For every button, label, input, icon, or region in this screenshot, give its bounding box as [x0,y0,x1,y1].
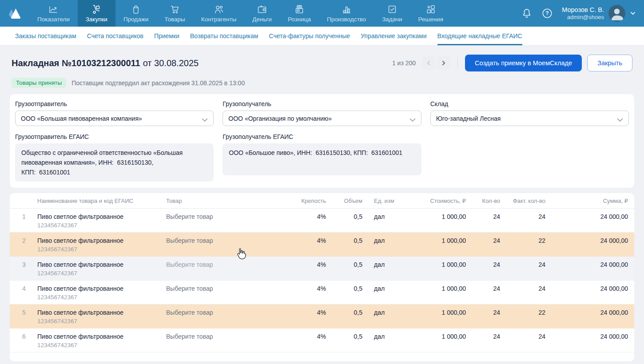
nav-item-kontragenty[interactable]: Контрагенты [193,0,245,27]
nav-item-roznica[interactable]: Розница [280,0,319,27]
table-row[interactable]: 5 Пиво светлое фильтрованное 12345674236… [10,305,634,328]
positions-table-card: Наименование товара и код ЕГАИС Товар Кр… [10,193,634,361]
strength-value: 4% [299,233,326,256]
unit-value: дал [362,305,405,328]
price-value: 1 000,00 [405,328,466,352]
purchases-subnav: Заказы поставщикам Счета поставщиков При… [0,27,644,46]
table-row[interactable]: 1 Пиво светлое фильтрованное 12345674236… [10,209,634,233]
chevron-down-icon [409,116,416,120]
create-receipt-button[interactable]: Создать приемку в МоемСкладе [465,55,582,71]
unit-value: дал [362,281,405,304]
choose-product-link[interactable]: Выберите товар [166,281,299,304]
document-form-card: Грузоотправитель ООО «Большая пивоваренн… [10,94,634,188]
choose-product-link[interactable]: Выберите товар [166,233,299,256]
chevron-down-icon [202,116,208,120]
product-name: Пиво светлое фильтрованное [37,237,166,244]
sum-value: 24 000,00 [545,233,634,256]
consignee-egais-field: Грузополучатель ЕГАИС ООО «Большое пиво»… [223,133,421,182]
app-root: Показатели Закупки Продажи Товары Контра [0,0,644,364]
help-icon[interactable]: ? [541,8,553,19]
nav-item-tovary[interactable]: Товары [156,0,193,27]
price-value: 1 000,00 [405,257,466,280]
row-number: 5 [10,305,37,328]
choose-product-link[interactable]: Выберите товар [166,328,299,352]
col-header-name: Наименование товара и код ЕГАИС [37,193,166,209]
product-name: Пиво светлое фильтрованное [37,309,166,316]
page-title: Накладная №10103212300011от 30.08.2025 [12,58,199,68]
tab-zakazy-postavshchikam[interactable]: Заказы поставщикам [15,27,76,45]
status-text: Поставщик подтвердил акт расхождения 31.… [72,79,245,87]
tab-scheta-postavshchikov[interactable]: Счета поставщиков [87,27,143,45]
nav-item-proizvodstvo[interactable]: Производство [319,0,374,27]
consignee-egais-value: ООО «Большое пиво», ИНН: 6316150130, КПП… [223,143,421,175]
col-header-strength: Крепость [299,193,326,209]
nav-item-zakupki[interactable]: Закупки [78,0,115,27]
product-name-cell: Пиво светлое фильтрованное 123456742367 [37,328,166,352]
choose-product-link[interactable]: Выберите товар [166,257,299,280]
volume-value: 0,5 [326,305,362,328]
egais-code: 123456742367 [37,342,166,348]
qty-value: 24 [466,233,500,256]
volume-value: 0,5 [326,233,362,256]
col-header-product: Товар [166,193,299,209]
moysklad-logo[interactable] [0,0,29,27]
row-number: 4 [10,281,37,304]
volume-value: 0,5 [326,328,362,352]
product-name-cell: Пиво светлое фильтрованное 123456742367 [37,233,166,256]
col-header-num [10,193,37,209]
user-email: admin@shoes [562,14,604,21]
divider [457,57,458,69]
nav-item-dengi[interactable]: Деньги [244,0,280,27]
next-document-button[interactable] [437,56,450,70]
warehouse-select[interactable]: Юго-западный Лесная [430,111,629,126]
table-body: 1 Пиво светлое фильтрованное 12345674236… [10,209,634,352]
volume-value: 0,5 [326,209,362,232]
sum-value: 24 000,00 [545,209,634,232]
price-value: 1 000,00 [405,233,466,256]
close-button[interactable]: Закрыть [587,55,632,71]
table-header-row: Наименование товара и код ЕГАИС Товар Кр… [10,193,634,209]
choose-product-link[interactable]: Выберите товар [166,209,299,232]
user-name: Морозов С. В. [562,6,604,14]
row-number: 1 [10,209,37,232]
choose-product-link[interactable]: Выберите товар [166,305,299,328]
tab-upravlenie-zakupkami[interactable]: Управление закупками [361,27,426,45]
table-row[interactable]: 2 Пиво светлое фильтрованное 12345674236… [10,233,634,257]
tab-scheta-faktury[interactable]: Счета-фактуры полученные [269,27,350,45]
check-square-icon [387,4,398,15]
nav-item-pokazateli[interactable]: Показатели [29,0,78,27]
table-row[interactable]: 3 Пиво светлое фильтрованное 12345674236… [10,257,634,281]
bar-chart-icon [341,4,352,15]
strength-value: 4% [299,305,326,328]
nav-item-prodazhi[interactable]: Продажи [115,0,156,27]
chart-line-icon [48,4,59,15]
wallet-icon [257,4,267,15]
table-row[interactable]: 4 Пиво светлое фильтрованное 12345674236… [10,281,634,305]
consignee-select[interactable]: ООО «Организация по умолчанию» [223,111,421,126]
consignor-select[interactable]: ООО «Большая пивоваренная компания» [15,111,214,126]
tab-vhodyashchie-nakladnye-egais[interactable]: Входящие накладные ЕГАИС [437,27,522,45]
document-header: Накладная №10103212300011от 30.08.2025 1… [0,46,644,94]
col-header-fact-qty: Факт. кол-во [500,193,545,209]
tab-vozvraty-postavshchikam[interactable]: Возвраты поставщикам [190,27,258,45]
egais-code: 123456742367 [37,294,166,301]
storefront-icon [294,4,305,15]
product-name: Пиво светлое фильтрованное [37,261,166,268]
table-row[interactable]: 6 Пиво светлое фильтрованное 12345674236… [10,328,634,352]
tab-priemki[interactable]: Приемки [154,27,179,45]
nav-item-resheniya[interactable]: Решения [410,0,451,27]
row-number: 6 [10,328,37,352]
user-menu[interactable]: Морозов С. В. admin@shoes [562,5,636,22]
status-badge: Товары приняты [12,78,66,88]
strength-value: 4% [299,257,326,280]
bell-icon[interactable] [521,8,533,19]
topbar-right: ? Морозов С. В. admin@shoes [521,0,644,27]
sum-value: 24 000,00 [545,257,634,280]
apps-gear-icon [425,4,436,15]
egais-code: 123456742367 [37,270,166,277]
qty-value: 24 [466,281,500,304]
volume-value: 0,5 [326,257,362,280]
avatar [608,5,625,22]
nav-item-zadachi[interactable]: Задачи [374,0,410,27]
prev-document-button[interactable] [422,56,435,70]
